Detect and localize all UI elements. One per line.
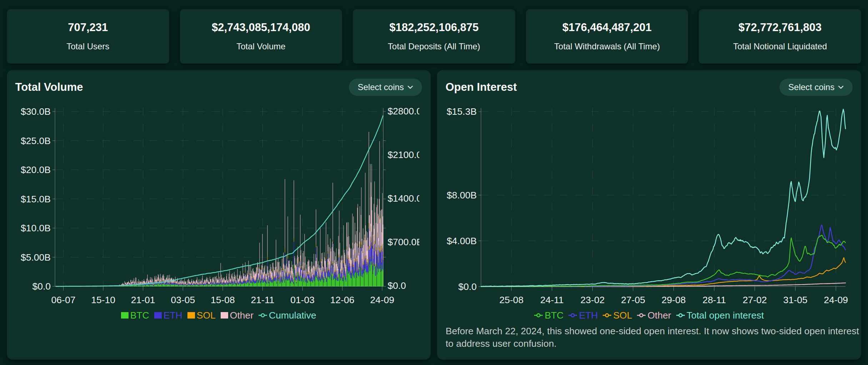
svg-text:$25.0B: $25.0B — [21, 135, 51, 146]
svg-text:$30.0B: $30.0B — [21, 106, 51, 117]
svg-text:$1400.0B: $1400.0B — [387, 193, 428, 204]
svg-text:$0.0: $0.0 — [32, 281, 51, 292]
svg-text:$4.00B: $4.00B — [447, 236, 477, 246]
svg-text:$700.0B: $700.0B — [387, 237, 423, 247]
svg-text:$0.0: $0.0 — [458, 281, 477, 292]
svg-text:24-11: 24-11 — [540, 295, 564, 305]
svg-text:$8.00B: $8.00B — [447, 190, 477, 201]
svg-text:24-09: 24-09 — [370, 295, 394, 305]
svg-text:$15.0B: $15.0B — [21, 194, 51, 204]
svg-text:21-11: 21-11 — [251, 295, 274, 305]
svg-text:03-05: 03-05 — [171, 295, 195, 305]
svg-text:27-02: 27-02 — [743, 295, 767, 305]
svg-text:29-08: 29-08 — [661, 295, 686, 305]
svg-text:25-08: 25-08 — [499, 295, 523, 305]
svg-text:27-05: 27-05 — [621, 295, 645, 305]
svg-text:28-11: 28-11 — [702, 295, 726, 305]
svg-text:$10.0B: $10.0B — [21, 223, 51, 233]
svg-text:01-03: 01-03 — [290, 295, 315, 305]
svg-text:$20.0B: $20.0B — [21, 164, 51, 175]
svg-text:15-08: 15-08 — [211, 295, 235, 305]
svg-text:06-07: 06-07 — [51, 295, 75, 305]
svg-text:$5.00B: $5.00B — [21, 252, 51, 263]
svg-text:12-06: 12-06 — [330, 295, 354, 305]
svg-text:$2800.0B: $2800.0B — [387, 106, 428, 117]
svg-text:23-02: 23-02 — [580, 295, 604, 305]
svg-text:$0.0: $0.0 — [387, 280, 406, 291]
svg-text:31-05: 31-05 — [783, 295, 807, 305]
svg-text:21-01: 21-01 — [131, 295, 155, 305]
svg-text:15-10: 15-10 — [91, 295, 115, 305]
svg-text:$15.3B: $15.3B — [447, 106, 477, 117]
svg-text:24-09: 24-09 — [824, 295, 848, 305]
svg-text:$2100.0B: $2100.0B — [387, 149, 428, 160]
